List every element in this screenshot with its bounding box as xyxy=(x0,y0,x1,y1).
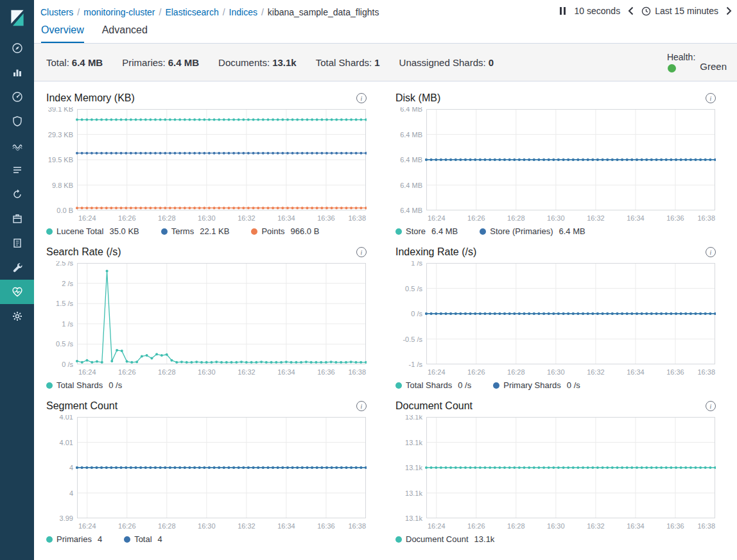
legend-series-name: Total Shards xyxy=(406,380,452,390)
legend-item-total[interactable]: Total4 xyxy=(124,534,162,544)
sidebar-item-visualize[interactable] xyxy=(0,60,34,85)
chart-title: Indexing Rate (/s) xyxy=(395,246,476,258)
chart-header: Search Rate (/s) i xyxy=(46,244,367,260)
sidebar-item-security[interactable] xyxy=(0,109,34,133)
chart-plot-area[interactable]: 39.1 KB29.3 KB19.5 KB9.8 KB0.0 B16:2416:… xyxy=(46,107,367,225)
svg-text:6.4 MB: 6.4 MB xyxy=(400,156,422,164)
chart-title: Segment Count xyxy=(46,400,117,412)
svg-text:16:32: 16:32 xyxy=(587,368,605,376)
svg-text:16:36: 16:36 xyxy=(666,522,684,530)
breadcrumb-link-elasticsearch[interactable]: Elasticsearch xyxy=(165,7,218,17)
sidebar-item-dev-tools[interactable] xyxy=(0,255,34,280)
tab-advanced[interactable]: Advanced xyxy=(102,24,148,43)
legend-series-value: 13.1k xyxy=(474,534,495,544)
chart-plot-area[interactable]: 6.4 MB6.4 MB6.4 MB6.4 MB6.4 MB16:2416:26… xyxy=(395,107,716,225)
chart-plot-area[interactable]: 1 /s0.5 /s0 /s-0.5 /s-1 /s16:2416:2616:2… xyxy=(395,261,716,378)
legend-series-value: 22.1 KB xyxy=(200,226,229,236)
svg-text:16:36: 16:36 xyxy=(317,368,335,376)
tab-overview[interactable]: Overview xyxy=(41,24,84,43)
legend-item-document-count[interactable]: Document Count13.1k xyxy=(395,534,494,544)
info-icon[interactable]: i xyxy=(356,247,367,257)
svg-text:13.1k: 13.1k xyxy=(405,415,422,421)
svg-text:16:30: 16:30 xyxy=(547,522,565,530)
breadcrumb-separator: / xyxy=(223,7,225,17)
breadcrumb-link-monitoring-cluster[interactable]: monitoring-cluster xyxy=(83,7,155,17)
index-summary-bar: Total:6.4 MBPrimaries:6.4 MBDocuments:13… xyxy=(34,43,737,81)
info-icon[interactable]: i xyxy=(356,401,367,411)
breadcrumb-separator: / xyxy=(77,7,80,17)
chevron-left-icon[interactable] xyxy=(628,6,634,15)
sidebar-item-timelion[interactable] xyxy=(0,133,34,158)
chart-title: Search Rate (/s) xyxy=(46,246,121,258)
svg-text:0.0 B: 0.0 B xyxy=(56,207,73,214)
svg-text:16:38: 16:38 xyxy=(697,522,715,530)
legend-series-name: Document Count xyxy=(406,534,469,544)
svg-text:6.4 MB: 6.4 MB xyxy=(400,131,422,139)
chart-legend: Lucene Total35.0 KBTerms22.1 KBPoints966… xyxy=(46,226,367,236)
sidebar-item-uptime[interactable] xyxy=(0,182,34,207)
stat-label: Documents: xyxy=(218,57,270,68)
chart-panel-segment-count: Segment Count i 4.014.01443.9916:2416:26… xyxy=(46,398,367,544)
sidebar-nav xyxy=(0,36,34,328)
info-icon[interactable]: i xyxy=(706,93,716,103)
breadcrumb: Clusters/monitoring-cluster/Elasticsearc… xyxy=(40,6,379,19)
chart-header: Disk (MB) i xyxy=(395,90,716,106)
time-range-picker[interactable]: Last 15 minutes xyxy=(641,6,718,16)
sidebar-item-discover[interactable] xyxy=(0,36,34,60)
refresh-interval-label[interactable]: 10 seconds xyxy=(575,6,621,16)
chart-header: Document Count i xyxy=(395,398,716,414)
legend-item-store[interactable]: Store6.4 MB xyxy=(395,226,458,236)
pause-button[interactable] xyxy=(559,6,567,16)
health-status-dot xyxy=(668,64,676,72)
info-icon[interactable]: i xyxy=(706,401,716,411)
svg-text:16:34: 16:34 xyxy=(277,522,295,530)
sidebar-item-management[interactable] xyxy=(0,304,34,328)
stat-value: 13.1k xyxy=(272,57,297,68)
svg-text:16:28: 16:28 xyxy=(158,214,176,222)
breadcrumb-separator: / xyxy=(261,7,264,17)
legend-item-total-shards[interactable]: Total Shards0 /s xyxy=(395,380,471,390)
breadcrumb-link-indices[interactable]: Indices xyxy=(229,7,257,17)
sidebar-item-logs[interactable] xyxy=(0,158,34,182)
sidebar-item-dev-tools-console[interactable] xyxy=(0,231,34,255)
svg-text:16:38: 16:38 xyxy=(348,368,366,376)
chart-title: Index Memory (KB) xyxy=(46,92,135,104)
svg-text:16:36: 16:36 xyxy=(317,214,335,222)
svg-text:4: 4 xyxy=(69,464,73,471)
svg-text:16:38: 16:38 xyxy=(348,522,366,530)
info-icon[interactable]: i xyxy=(356,93,367,103)
legend-item-primaries[interactable]: Primaries4 xyxy=(46,534,102,544)
legend-item-terms[interactable]: Terms22.1 KB xyxy=(161,226,230,236)
legend-item-points[interactable]: Points966.0 B xyxy=(251,226,319,236)
legend-item-total-shards[interactable]: Total Shards0 /s xyxy=(46,380,122,390)
chevron-right-icon[interactable] xyxy=(726,6,732,15)
health-label: Health: xyxy=(667,52,695,62)
info-icon[interactable]: i xyxy=(706,247,716,257)
chart-title: Document Count xyxy=(395,400,473,412)
chart-plot-area[interactable]: 4.014.01443.9916:2416:2616:2816:3016:321… xyxy=(46,415,367,532)
legend-item-lucene-total[interactable]: Lucene Total35.0 KB xyxy=(46,226,139,236)
stat-value: 0 xyxy=(489,57,494,68)
sidebar-item-dashboard[interactable] xyxy=(0,85,34,109)
chart-canvas: 2.5 /s2 /s1.5 /s1 /s0.5 /s0 /s16:2416:26… xyxy=(46,261,367,378)
chart-plot-area[interactable]: 2.5 /s2 /s1.5 /s1 /s0.5 /s0 /s16:2416:26… xyxy=(46,261,367,378)
time-range-label: Last 15 minutes xyxy=(655,6,718,16)
svg-text:39.1 KB: 39.1 KB xyxy=(48,107,73,113)
svg-text:1 /s: 1 /s xyxy=(62,320,73,328)
svg-text:16:36: 16:36 xyxy=(317,522,335,530)
sidebar-item-apm[interactable] xyxy=(0,207,34,231)
svg-text:16:26: 16:26 xyxy=(118,214,136,222)
legend-item-primary-shards[interactable]: Primary Shards0 /s xyxy=(493,380,580,390)
dashboard-icon xyxy=(12,91,23,103)
breadcrumb-link-clusters[interactable]: Clusters xyxy=(40,7,73,17)
legend-item-store-primaries[interactable]: Store (Primaries)6.4 MB xyxy=(480,226,585,236)
main-content: Clusters/monitoring-cluster/Elasticsearc… xyxy=(34,0,737,560)
svg-text:16:24: 16:24 xyxy=(428,214,446,222)
health-left: Health: xyxy=(667,52,695,72)
svg-text:1.5 /s: 1.5 /s xyxy=(56,300,73,307)
kibana-logo[interactable] xyxy=(0,0,34,36)
sidebar-item-monitoring[interactable] xyxy=(0,280,34,304)
chart-plot-area[interactable]: 13.1k13.1k13.1k13.1k13.1k16:2416:2616:28… xyxy=(395,415,716,532)
chart-legend: Store6.4 MBStore (Primaries)6.4 MB xyxy=(395,226,716,236)
chart-panel-disk-mb: Disk (MB) i 6.4 MB6.4 MB6.4 MB6.4 MB6.4 … xyxy=(395,90,716,236)
